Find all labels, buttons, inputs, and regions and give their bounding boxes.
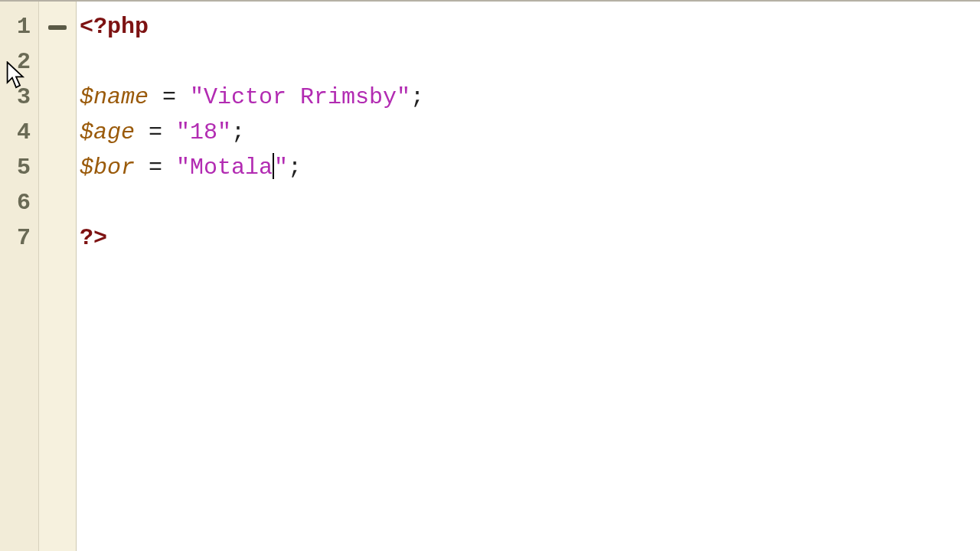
code-token: ; (410, 84, 424, 110)
line-number: 6 (0, 185, 38, 220)
line-number: 1 (0, 9, 38, 44)
code-line[interactable]: ?> (80, 220, 980, 256)
code-line[interactable] (80, 44, 980, 80)
code-token: $age (80, 119, 135, 145)
code-token: ; (288, 155, 302, 181)
fold-gutter (39, 2, 77, 551)
code-line[interactable] (80, 185, 980, 220)
fold-cell (39, 220, 76, 256)
code-token: ; (231, 119, 245, 145)
line-number: 7 (0, 220, 38, 256)
line-number-gutter: 1 2 3 4 5 6 7 (0, 2, 39, 551)
fold-cell (39, 115, 76, 150)
code-token: "18" (176, 119, 231, 145)
code-token: <?php (80, 14, 149, 40)
code-token: = (149, 84, 190, 110)
code-token: $name (80, 84, 149, 110)
code-token: ?> (80, 225, 107, 251)
fold-collapse-icon[interactable] (48, 18, 67, 36)
code-token: "Victor Rrimsby" (190, 84, 410, 110)
line-number: 4 (0, 115, 38, 150)
code-line[interactable]: $name = "Victor Rrimsby"; (80, 80, 980, 115)
line-number: 5 (0, 150, 38, 185)
code-token: $bor (80, 155, 135, 181)
code-token: " (274, 155, 288, 181)
line-number: 3 (0, 80, 38, 115)
fold-cell (39, 80, 76, 115)
code-token: = (135, 155, 176, 181)
text-caret (273, 153, 274, 179)
code-text-area[interactable]: <?php$name = "Victor Rrimsby";$age = "18… (77, 2, 980, 551)
line-number: 2 (0, 44, 38, 80)
fold-cell (39, 150, 76, 185)
code-line[interactable]: $bor = "Motala"; (80, 150, 980, 185)
code-token: "Motala (176, 155, 273, 181)
code-line[interactable]: <?php (80, 9, 980, 44)
code-token: = (135, 119, 176, 145)
fold-cell (39, 185, 76, 220)
code-line[interactable]: $age = "18"; (80, 115, 980, 150)
fold-cell[interactable] (39, 9, 76, 44)
fold-cell (39, 44, 76, 80)
code-editor[interactable]: 1 2 3 4 5 6 7 <?php$name = "Victor Rrims… (0, 0, 980, 551)
